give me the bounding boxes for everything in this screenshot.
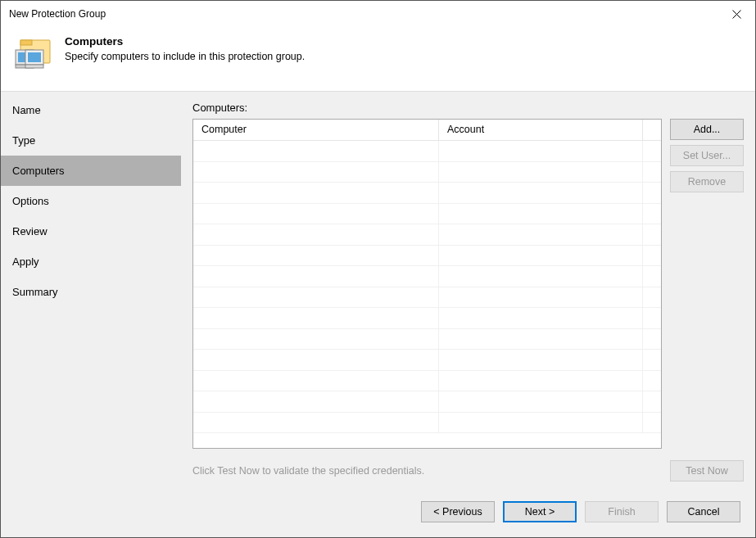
test-hint-text: Click Test Now to validate the specified… [192, 465, 424, 477]
table-row[interactable] [193, 308, 661, 329]
table-side-buttons: Add... Set User... Remove [670, 119, 744, 449]
table-row[interactable] [193, 329, 661, 350]
table-row[interactable] [193, 287, 661, 309]
cancel-button[interactable]: Cancel [667, 501, 740, 522]
wizard-footer: < Previous Next > Finish Cancel [1, 490, 755, 537]
sidebar-item-summary[interactable]: Summary [1, 277, 181, 307]
sidebar-item-type[interactable]: Type [1, 125, 181, 156]
page-heading: Computers [65, 35, 305, 47]
close-icon [732, 10, 741, 19]
sidebar-item-name[interactable]: Name [1, 95, 181, 125]
table-row[interactable] [193, 391, 661, 413]
table-row[interactable] [193, 224, 661, 246]
add-button[interactable]: Add... [670, 119, 744, 140]
svg-rect-7 [25, 65, 43, 68]
table-row[interactable] [193, 350, 661, 371]
column-header-account[interactable]: Account [439, 120, 643, 140]
next-button[interactable]: Next > [503, 501, 577, 522]
table-row[interactable] [193, 266, 661, 287]
table-row[interactable] [193, 141, 661, 162]
sidebar-item-apply[interactable]: Apply [1, 246, 181, 277]
wizard-header: Computers Specify computers to include i… [1, 27, 755, 91]
svg-rect-6 [28, 52, 41, 62]
folder-computer-icon [14, 35, 53, 75]
table-row[interactable] [193, 246, 661, 267]
table-row[interactable] [193, 183, 661, 204]
sidebar-item-review[interactable]: Review [1, 216, 181, 246]
table-row[interactable] [193, 162, 661, 183]
table-header: Computer Account [193, 120, 661, 141]
main-panel: Computers: Computer Account [181, 92, 755, 490]
wizard-sidebar: Name Type Computers Options Review Apply… [1, 92, 181, 490]
svg-rect-1 [20, 40, 32, 45]
table-body[interactable] [193, 141, 661, 448]
remove-button: Remove [670, 171, 744, 192]
column-header-spacer [643, 120, 661, 140]
table-row[interactable] [193, 413, 661, 434]
set-user-button: Set User... [670, 145, 744, 166]
window-title: New Protection Group [9, 8, 106, 20]
sidebar-item-options[interactable]: Options [1, 186, 181, 216]
titlebar: New Protection Group [1, 1, 755, 27]
finish-button: Finish [585, 501, 659, 522]
previous-button[interactable]: < Previous [421, 501, 495, 522]
computers-table[interactable]: Computer Account [192, 119, 662, 449]
column-header-computer[interactable]: Computer [193, 120, 439, 140]
table-row[interactable] [193, 371, 661, 392]
close-button[interactable] [718, 1, 755, 27]
computers-label: Computers: [192, 102, 744, 114]
page-subheading: Specify computers to include in this pro… [65, 51, 305, 62]
sidebar-item-computers[interactable]: Computers [1, 156, 181, 186]
table-row[interactable] [193, 204, 661, 225]
test-now-button: Test Now [670, 460, 744, 481]
